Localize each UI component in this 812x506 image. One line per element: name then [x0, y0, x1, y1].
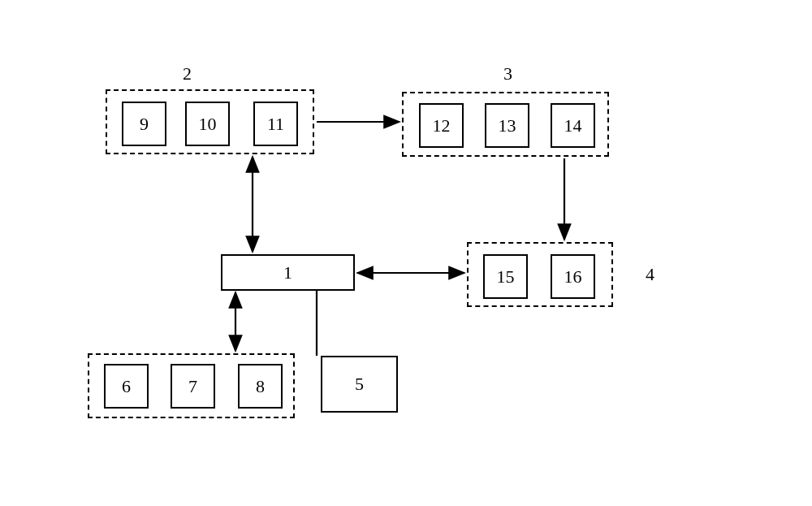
- node-10-label: 10: [199, 114, 217, 135]
- node-16-label: 16: [564, 266, 582, 288]
- group-3-label: 3: [503, 63, 512, 84]
- node-14-label: 14: [564, 115, 582, 136]
- node-6: 6: [104, 364, 149, 409]
- node-7-label: 7: [188, 376, 197, 397]
- diagram-canvas: 2 3 4 1 5 9 10 11 12 13 14 15 16 6: [0, 0, 812, 506]
- node-15: 15: [483, 254, 528, 299]
- node-13-label: 13: [499, 115, 516, 136]
- node-5: 5: [321, 356, 398, 413]
- group-4-label: 4: [646, 264, 654, 285]
- node-14: 14: [551, 103, 595, 148]
- diagram-arrows: [0, 0, 812, 506]
- node-8: 8: [238, 364, 283, 409]
- node-6-label: 6: [122, 376, 131, 397]
- node-9: 9: [122, 102, 166, 146]
- node-12-label: 12: [433, 115, 451, 136]
- node-13: 13: [485, 103, 529, 148]
- group-2-label: 2: [183, 63, 192, 84]
- node-15-label: 15: [497, 266, 515, 288]
- node-1-label: 1: [283, 262, 292, 283]
- node-11: 11: [253, 102, 298, 146]
- node-12: 12: [419, 103, 464, 148]
- node-7: 7: [171, 364, 215, 409]
- node-11-label: 11: [267, 114, 284, 135]
- node-16: 16: [551, 254, 595, 299]
- node-1: 1: [221, 254, 355, 291]
- node-9-label: 9: [140, 114, 149, 135]
- node-5-label: 5: [355, 374, 364, 395]
- node-8-label: 8: [256, 376, 265, 397]
- node-10: 10: [185, 102, 230, 146]
